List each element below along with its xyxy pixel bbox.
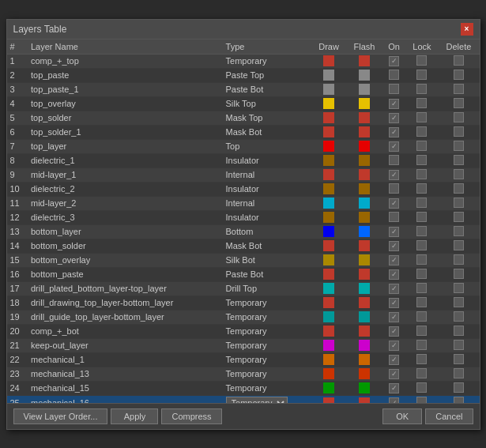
lock-checkbox[interactable] [416, 382, 427, 393]
lock-checkbox[interactable] [416, 84, 427, 94]
lock-checkbox[interactable] [416, 254, 427, 265]
flash-color-box[interactable] [359, 297, 370, 308]
on-checkbox[interactable] [389, 183, 399, 194]
delete-checkbox[interactable] [454, 254, 464, 265]
on-checkbox[interactable] [389, 113, 399, 123]
delete-checkbox[interactable] [454, 112, 464, 122]
draw-cell[interactable] [311, 310, 346, 324]
delete-checkbox[interactable] [454, 55, 464, 66]
delete-checkbox[interactable] [454, 198, 464, 208]
delete-checkbox[interactable] [454, 155, 464, 165]
type-cell[interactable]: Temporary [223, 395, 312, 403]
delete-cell[interactable] [438, 82, 479, 96]
table-row[interactable]: 23 mechanical_13 Temporary [7, 367, 480, 381]
draw-color-box[interactable] [323, 141, 334, 152]
draw-cell[interactable] [311, 352, 346, 367]
on-checkbox[interactable] [389, 298, 399, 308]
draw-cell[interactable] [311, 153, 346, 168]
draw-cell[interactable] [311, 267, 346, 281]
on-cell[interactable] [382, 111, 406, 125]
lock-checkbox[interactable] [416, 354, 427, 364]
draw-cell[interactable] [311, 338, 346, 352]
draw-color-box[interactable] [323, 70, 334, 81]
on-checkbox[interactable] [389, 383, 399, 393]
delete-cell[interactable] [438, 168, 479, 182]
flash-cell[interactable] [346, 82, 382, 96]
flash-color-box[interactable] [359, 155, 370, 166]
on-cell[interactable] [382, 296, 406, 310]
delete-checkbox[interactable] [454, 354, 464, 364]
delete-cell[interactable] [438, 338, 479, 352]
lock-checkbox[interactable] [416, 240, 427, 250]
table-row[interactable]: 15 bottom_overlay Silk Bot [7, 253, 480, 267]
draw-cell[interactable] [311, 82, 346, 96]
flash-cell[interactable] [346, 310, 382, 324]
type-select[interactable]: Temporary [226, 397, 288, 403]
flash-cell[interactable] [346, 367, 382, 381]
delete-cell[interactable] [438, 239, 479, 253]
draw-cell[interactable] [311, 125, 346, 139]
draw-color-box[interactable] [323, 354, 334, 365]
delete-checkbox[interactable] [454, 226, 464, 236]
delete-cell[interactable] [438, 310, 479, 324]
lock-cell[interactable] [405, 182, 438, 196]
flash-color-box[interactable] [359, 98, 370, 109]
lock-checkbox[interactable] [416, 269, 427, 279]
table-row[interactable]: 12 dielectric_3 Insulator [7, 210, 480, 224]
flash-cell[interactable] [346, 182, 382, 196]
table-row[interactable]: 9 mid-layer_1 Internal [7, 168, 480, 182]
lock-cell[interactable] [405, 310, 438, 324]
lock-cell[interactable] [405, 367, 438, 381]
on-cell[interactable] [382, 352, 406, 367]
table-row[interactable]: 24 mechanical_15 Temporary [7, 381, 480, 395]
delete-checkbox[interactable] [454, 311, 464, 322]
delete-checkbox[interactable] [454, 368, 464, 378]
close-button[interactable]: × [461, 23, 473, 36]
delete-cell[interactable] [438, 324, 479, 338]
on-checkbox[interactable] [389, 84, 399, 94]
flash-cell[interactable] [346, 281, 382, 296]
delete-checkbox[interactable] [454, 70, 464, 80]
lock-cell[interactable] [405, 196, 438, 210]
delete-cell[interactable] [438, 210, 479, 224]
on-cell[interactable] [382, 324, 406, 338]
lock-cell[interactable] [405, 395, 438, 403]
draw-color-box[interactable] [323, 84, 334, 95]
on-checkbox[interactable] [389, 341, 399, 351]
flash-cell[interactable] [346, 239, 382, 253]
draw-cell[interactable] [311, 182, 346, 196]
flash-cell[interactable] [346, 153, 382, 168]
on-checkbox[interactable] [389, 369, 399, 379]
delete-cell[interactable] [438, 196, 479, 210]
draw-color-box[interactable] [323, 311, 334, 322]
on-checkbox[interactable] [389, 212, 399, 222]
draw-cell[interactable] [311, 253, 346, 267]
draw-cell[interactable] [311, 296, 346, 310]
on-checkbox[interactable] [389, 241, 399, 251]
view-layer-order-button[interactable]: View Layer Order... [13, 408, 108, 424]
on-cell[interactable] [382, 196, 406, 210]
draw-cell[interactable] [311, 168, 346, 182]
flash-cell[interactable] [346, 111, 382, 125]
delete-checkbox[interactable] [454, 98, 464, 108]
flash-color-box[interactable] [359, 340, 370, 351]
lock-cell[interactable] [405, 82, 438, 96]
lock-cell[interactable] [405, 296, 438, 310]
draw-cell[interactable] [311, 210, 346, 224]
lock-cell[interactable] [405, 281, 438, 296]
delete-cell[interactable] [438, 68, 479, 82]
table-row[interactable]: 1 comp_+_top Temporary [7, 54, 480, 68]
delete-cell[interactable] [438, 395, 479, 403]
lock-cell[interactable] [405, 168, 438, 182]
lock-cell[interactable] [405, 111, 438, 125]
on-checkbox[interactable] [389, 141, 399, 152]
draw-color-box[interactable] [323, 269, 334, 280]
lock-checkbox[interactable] [416, 226, 427, 236]
delete-checkbox[interactable] [454, 240, 464, 250]
flash-color-box[interactable] [359, 354, 370, 365]
flash-color-box[interactable] [359, 84, 370, 95]
lock-checkbox[interactable] [416, 141, 427, 151]
table-row[interactable]: 19 drill_guide_top_layer-bottom_layer Te… [7, 310, 480, 324]
draw-color-box[interactable] [323, 368, 334, 379]
draw-color-box[interactable] [323, 55, 334, 66]
